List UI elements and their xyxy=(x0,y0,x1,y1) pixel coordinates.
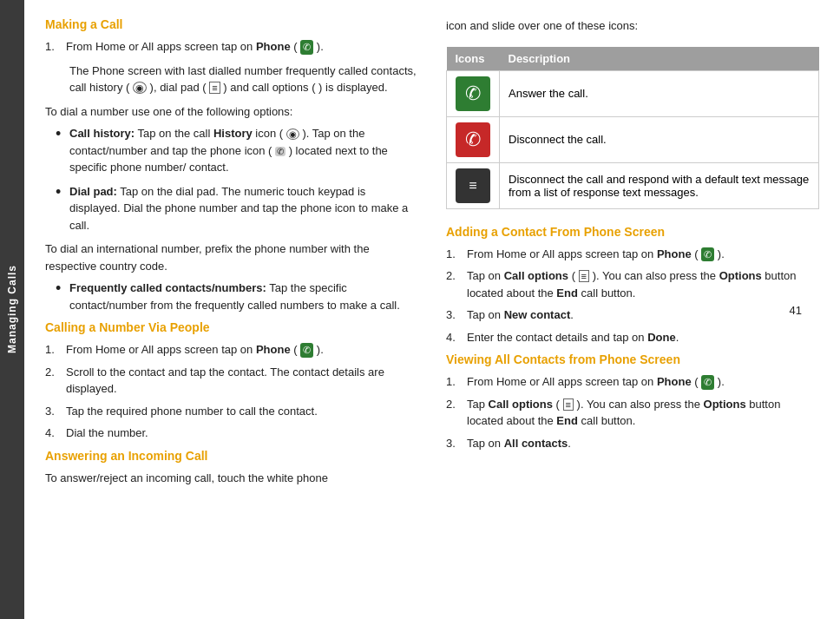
col-icons: Icons xyxy=(447,47,500,71)
description-text: Disconnect the call and respond with a d… xyxy=(509,173,809,199)
dial-intro: To dial a number use one of the followin… xyxy=(45,103,418,121)
answering-text: To answer/reject an incoming call, touch… xyxy=(45,470,418,487)
phone-icon-inline: ✆ xyxy=(701,375,714,390)
col-description: Description xyxy=(500,47,819,71)
description-cell: Answer the call. xyxy=(500,70,819,116)
list-item: • Dial pad: Tap on the dial pad. The num… xyxy=(56,183,418,234)
adding-contact-steps: 1. From Home or All apps screen tap on P… xyxy=(446,246,819,346)
list-item: 4. Enter the contact details and tap on … xyxy=(446,329,819,346)
icon-cell: ✆ xyxy=(447,116,500,162)
description-text: Answer the call. xyxy=(509,87,588,100)
dial-bullets: • Call history: Tap on the call History … xyxy=(45,125,418,234)
main-content: Making a Call 1. From Home or All apps s… xyxy=(24,0,840,619)
answer-call-icon: ✆ xyxy=(456,76,490,111)
bullet-text: Dial pad: Tap on the dial pad. The numer… xyxy=(69,183,418,234)
list-item: • Call history: Tap on the call History … xyxy=(56,125,418,176)
bullet-dot: • xyxy=(56,125,64,176)
right-column: icon and slide over one of these icons: … xyxy=(446,17,819,602)
table-row: ✆ Disconnect the call. xyxy=(447,116,819,162)
making-a-call-section: Making a Call 1. From Home or All apps s… xyxy=(45,17,418,313)
icons-table: Icons Description ✆ Answer the call. xyxy=(446,47,819,209)
description-cell: Disconnect the call and respond with a d… xyxy=(500,162,819,208)
bullet-text: Frequently called contacts/numbers: Tap … xyxy=(69,280,418,313)
phone-icon-inline: ✆ xyxy=(300,40,313,55)
calling-via-people-steps: 1. From Home or All apps screen tap on P… xyxy=(45,341,418,442)
bullet-text: Call history: Tap on the call History ic… xyxy=(69,125,418,176)
table-row: ✆ Answer the call. xyxy=(447,70,819,116)
list-item: 4. Dial the number. xyxy=(45,425,418,442)
answering-title: Answering an Incoming Call xyxy=(45,449,418,463)
list-item: 2. Scroll to the contact and tap the con… xyxy=(45,364,418,398)
adding-contact-title: Adding a Contact From Phone Screen xyxy=(446,225,819,239)
making-a-call-title: Making a Call xyxy=(45,17,418,31)
list-item: 3. Tap on All contacts. xyxy=(446,435,819,452)
list-item: 1. From Home or All apps screen tap on P… xyxy=(45,341,418,359)
list-item: 1. From Home or All apps screen tap on P… xyxy=(45,38,418,56)
calling-via-people-section: Calling a Number Via People 1. From Home… xyxy=(45,320,418,442)
disconnect-text-icon: ≡ xyxy=(456,168,490,203)
making-a-call-steps: 1. From Home or All apps screen tap on P… xyxy=(45,38,418,56)
sidebar-label: Managing Calls xyxy=(6,265,18,353)
calling-via-people-title: Calling a Number Via People xyxy=(45,320,418,334)
answering-section: Answering an Incoming Call To answer/rej… xyxy=(45,449,418,487)
page-number: 41 xyxy=(790,304,802,317)
icon-cell: ≡ xyxy=(447,162,500,208)
list-item: 3. Tap the required phone number to call… xyxy=(45,403,418,420)
phone-icon-inline: ✆ xyxy=(300,343,313,358)
viewing-contacts-title: Viewing All Contacts from Phone Screen xyxy=(446,352,819,366)
step-text: From Home or All apps screen tap on Phon… xyxy=(66,38,324,56)
description-cell: Disconnect the call. xyxy=(500,116,819,162)
list-item: 3. Tap on New contact. xyxy=(446,306,819,324)
step-number: 1. xyxy=(45,38,59,56)
left-column: Making a Call 1. From Home or All apps s… xyxy=(45,17,418,602)
sidebar: Managing Calls xyxy=(0,0,24,619)
bullet-dot: • xyxy=(56,183,64,234)
list-item: 1. From Home or All apps screen tap on P… xyxy=(446,373,819,391)
icon-cell: ✆ xyxy=(447,70,500,116)
list-item: • Frequently called contacts/numbers: Ta… xyxy=(56,280,418,313)
bullet-dot: • xyxy=(56,280,64,313)
list-item: 2. Tap on Call options ( ≡ ). You can al… xyxy=(446,267,819,301)
viewing-contacts-steps: 1. From Home or All apps screen tap on P… xyxy=(446,373,819,451)
adding-contact-section: Adding a Contact From Phone Screen 1. Fr… xyxy=(446,225,819,346)
intl-text: To dial an international number, prefix … xyxy=(45,240,418,274)
list-item: 1. From Home or All apps screen tap on P… xyxy=(446,246,819,263)
dial-bullets2: • Frequently called contacts/numbers: Ta… xyxy=(45,280,418,313)
phone-screen-desc: The Phone screen with last dialled numbe… xyxy=(69,63,418,96)
list-item: 2. Tap Call options ( ≡ ). You can also … xyxy=(446,396,819,430)
incoming-intro: icon and slide over one of these icons: xyxy=(446,17,819,35)
table-row: ≡ Disconnect the call and respond with a… xyxy=(447,162,819,208)
disconnect-call-icon: ✆ xyxy=(456,122,490,157)
table-header-row: Icons Description xyxy=(447,47,819,71)
phone-icon-inline: ✆ xyxy=(701,247,714,262)
description-text: Disconnect the call. xyxy=(509,133,607,146)
viewing-contacts-section: Viewing All Contacts from Phone Screen 1… xyxy=(446,352,819,451)
